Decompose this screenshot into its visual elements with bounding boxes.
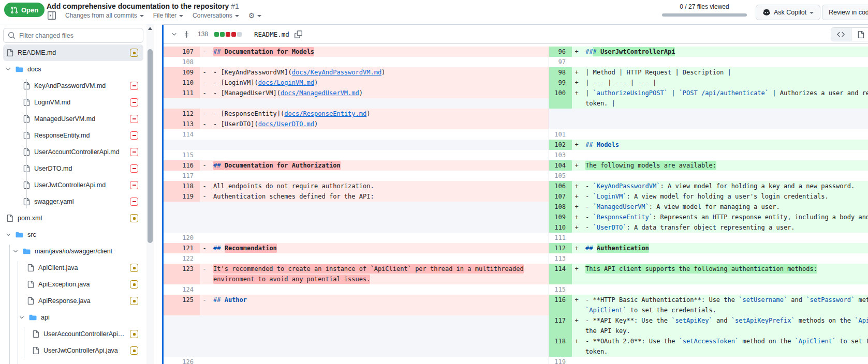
line-number[interactable]: 113 bbox=[549, 253, 572, 264]
file-tree-item-pom-xml[interactable]: pom.xml bbox=[3, 210, 143, 226]
file-icon bbox=[27, 281, 34, 288]
file-tree-item-userdto-md[interactable]: UserDTO.md bbox=[3, 160, 143, 177]
line-number[interactable]: 118 bbox=[549, 336, 572, 346]
line-number[interactable]: 116 bbox=[164, 160, 200, 171]
line-number[interactable]: 123 bbox=[164, 264, 200, 274]
file-tree-item-responseentity-md[interactable]: ResponseEntity.md bbox=[3, 127, 143, 144]
modified-badge bbox=[130, 49, 138, 57]
line-number[interactable]: 111 bbox=[549, 233, 572, 243]
copy-path-icon[interactable] bbox=[295, 31, 302, 38]
line-number[interactable]: 117 bbox=[549, 315, 572, 326]
collapse-file-chevron-icon[interactable] bbox=[171, 31, 178, 38]
diff-settings-dropdown[interactable]: ⚙ bbox=[248, 12, 262, 19]
sidebar-toggle-button[interactable] bbox=[48, 11, 56, 20]
line-number[interactable] bbox=[549, 274, 572, 284]
line-number[interactable] bbox=[549, 305, 572, 315]
file-tree-item-userjwtcontrollerapi-md[interactable]: UserJwtControllerApi.md bbox=[3, 177, 143, 193]
line-number[interactable]: 120 bbox=[164, 233, 200, 243]
diff-marker: + bbox=[572, 47, 581, 57]
filter-changed-files-input[interactable] bbox=[3, 28, 143, 43]
line-number[interactable]: 110 bbox=[549, 222, 572, 233]
line-number[interactable]: 110 bbox=[164, 78, 200, 88]
line-number[interactable]: 121 bbox=[164, 243, 200, 253]
diff-code-text: - `LoginVM`: A view model for holding a … bbox=[581, 191, 868, 202]
chevron-down-icon[interactable] bbox=[12, 248, 19, 254]
file-filter-dropdown[interactable]: File filter bbox=[153, 12, 183, 19]
line-number[interactable]: 114 bbox=[549, 264, 572, 274]
scrollbar-up-arrow-icon[interactable] bbox=[148, 27, 152, 30]
line-number[interactable]: 98 bbox=[549, 67, 572, 78]
line-number[interactable]: 114 bbox=[164, 129, 200, 140]
diff-line-right: 107+- `LoginVM`: A view model for holdin… bbox=[549, 191, 868, 202]
ask-copilot-button[interactable]: Ask Copilot bbox=[756, 5, 820, 20]
file-tree-item-main-java-io-swagger-client[interactable]: main/java/io/swagger/client bbox=[3, 243, 143, 260]
line-number[interactable]: 117 bbox=[164, 171, 200, 181]
line-number[interactable]: 119 bbox=[164, 191, 200, 202]
diff-row: 125-## Author116+- **HTTP Basic Authenti… bbox=[164, 295, 868, 305]
file-tree-item-readme-md[interactable]: README.md bbox=[3, 44, 143, 61]
line-number[interactable]: 109 bbox=[549, 212, 572, 222]
line-number[interactable] bbox=[549, 346, 572, 357]
search-icon bbox=[8, 32, 16, 39]
line-number[interactable]: 99 bbox=[549, 78, 572, 88]
line-number[interactable]: 119 bbox=[549, 357, 572, 364]
diff-code-text: - `ResponseEntity`: Represents an HTTP r… bbox=[581, 212, 868, 222]
line-number[interactable]: 96 bbox=[549, 47, 572, 57]
line-number[interactable] bbox=[164, 305, 200, 315]
diff-marker bbox=[200, 357, 209, 364]
sidebar-scrollbar[interactable] bbox=[146, 24, 154, 364]
diff-code-text: ## Authentication bbox=[581, 243, 868, 253]
line-number[interactable] bbox=[549, 326, 572, 336]
line-number[interactable]: 125 bbox=[164, 295, 200, 305]
file-tree-item-loginvm-md[interactable]: LoginVM.md bbox=[3, 94, 143, 111]
line-number[interactable]: 115 bbox=[164, 150, 200, 160]
file-tree-item-useraccountcontrollerapi-md[interactable]: UserAccountControllerApi.md bbox=[3, 144, 143, 160]
file-tree-item-apiexception-java[interactable]: ApiException.java bbox=[3, 276, 143, 293]
file-tree-item-docs[interactable]: docs bbox=[3, 61, 143, 78]
line-number[interactable]: 105 bbox=[549, 171, 572, 181]
sidebar-scrollbar-thumb[interactable] bbox=[148, 49, 153, 243]
line-number[interactable]: 122 bbox=[164, 253, 200, 264]
line-number[interactable]: 108 bbox=[549, 202, 572, 212]
line-number[interactable]: 107 bbox=[549, 191, 572, 202]
changes-from-commits-dropdown[interactable]: Changes from all commits bbox=[65, 12, 144, 19]
rich-diff-view-button[interactable] bbox=[851, 28, 868, 41]
file-tree-item-keyandpasswordvm-md[interactable]: KeyAndPasswordVM.md bbox=[3, 78, 143, 94]
line-number[interactable]: 104 bbox=[549, 160, 572, 171]
line-number[interactable]: 97 bbox=[549, 57, 572, 67]
file-tree-item-apiresponse-java[interactable]: ApiResponse.java bbox=[3, 293, 143, 309]
line-number[interactable]: 124 bbox=[164, 284, 200, 295]
file-tree-item-swagger-yaml[interactable]: swagger.yaml bbox=[3, 193, 143, 210]
line-number[interactable]: 108 bbox=[164, 57, 200, 67]
conversations-dropdown[interactable]: Conversations bbox=[193, 12, 239, 19]
line-number[interactable]: 118 bbox=[164, 181, 200, 191]
line-number[interactable]: 111 bbox=[164, 88, 200, 98]
file-tree-item-api[interactable]: api bbox=[3, 309, 143, 326]
line-number[interactable]: 112 bbox=[549, 243, 572, 253]
line-number[interactable] bbox=[549, 98, 572, 109]
file-tree-item-manageduservm-md[interactable]: ManagedUserVM.md bbox=[3, 111, 143, 127]
chevron-down-icon[interactable] bbox=[5, 232, 11, 238]
line-number[interactable]: 100 bbox=[549, 88, 572, 98]
file-tree-item-src[interactable]: src bbox=[3, 226, 143, 243]
line-number[interactable]: 109 bbox=[164, 67, 200, 78]
line-number[interactable]: 112 bbox=[164, 109, 200, 119]
line-number[interactable]: 106 bbox=[549, 181, 572, 191]
review-in-codespace-button[interactable]: Review in codespace bbox=[822, 5, 868, 20]
diff-line-right: 109+- `ResponseEntity`: Represents an HT… bbox=[549, 212, 868, 222]
line-number[interactable]: 101 bbox=[549, 129, 572, 140]
line-number[interactable]: 113 bbox=[164, 119, 200, 129]
line-number[interactable]: 126 bbox=[164, 357, 200, 364]
line-number[interactable]: 107 bbox=[164, 47, 200, 57]
line-number[interactable]: 103 bbox=[549, 150, 572, 160]
chevron-down-icon[interactable] bbox=[5, 66, 11, 72]
line-number[interactable]: 115 bbox=[549, 284, 572, 295]
line-number[interactable]: 102 bbox=[549, 140, 572, 150]
file-tree-item-apiclient-java[interactable]: ApiClient.java bbox=[3, 260, 143, 276]
line-number[interactable] bbox=[164, 274, 200, 284]
diff-row: 124115 bbox=[164, 284, 868, 295]
line-number[interactable]: 116 bbox=[549, 295, 572, 305]
chevron-down-icon[interactable] bbox=[19, 314, 25, 321]
drag-resize-icon[interactable] bbox=[183, 31, 190, 38]
source-view-button[interactable] bbox=[831, 28, 851, 41]
